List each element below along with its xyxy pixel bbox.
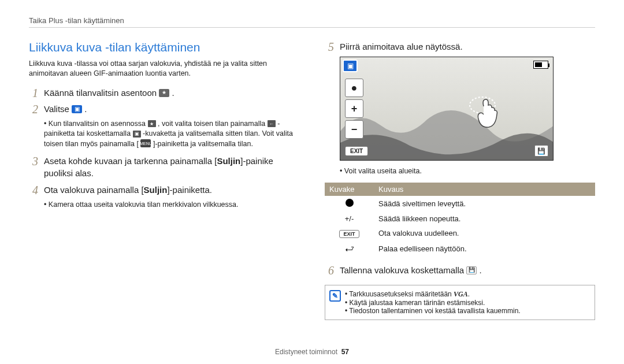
step-text: ]-painiketta. xyxy=(167,185,212,195)
table-cell-desc: Palaa edelliseen näyttöön. xyxy=(374,241,595,257)
left-column: Liikkuva kuva -tilan käyttäminen Liikkuv… xyxy=(29,40,299,320)
table-cell-desc: Säädä siveltimen leveyttä. xyxy=(374,196,595,211)
page-number: 57 xyxy=(341,348,349,356)
mode-badge-icon: ▣ xyxy=(343,60,358,72)
table-row: ⮐ Palaa edelliseen näyttöön. xyxy=(325,241,595,257)
bullet-text: , voit valita toisen tilan painamalla xyxy=(158,120,268,128)
step-number: 5 xyxy=(325,40,340,53)
step-number: 3 xyxy=(29,155,44,179)
step-number: 1 xyxy=(29,87,44,99)
bullet-text: Kamera ottaa useita valokuvia tilan merk… xyxy=(44,200,299,210)
step-text: . xyxy=(479,265,481,275)
step-number: 6 xyxy=(325,264,340,277)
shutter-label: Suljin xyxy=(144,185,168,195)
brush-size-button[interactable] xyxy=(345,79,363,97)
save-icon xyxy=(466,266,477,274)
battery-icon xyxy=(533,61,548,69)
camera-icon: ▣ xyxy=(133,131,141,138)
table-cell-desc: Säädä liikkeen nopeutta. xyxy=(374,211,595,226)
table-row: +/- Säädä liikkeen nopeutta. xyxy=(325,211,595,226)
back-icon: ← xyxy=(268,120,276,127)
note-icon: ✎ xyxy=(329,290,341,302)
back-arrow-icon: ⮐ xyxy=(345,244,354,254)
table-cell-desc: Ota valokuva uudelleen. xyxy=(374,226,595,241)
icon-description-table: Kuvake Kuvaus Säädä siveltimen leveyttä.… xyxy=(325,183,595,257)
exit-chip-icon: EXIT xyxy=(339,230,359,238)
table-row: EXIT Ota valokuva uudelleen. xyxy=(325,226,595,241)
note-item: Tarkkuusasetukseksi määritetään VGA. xyxy=(345,290,590,299)
step-2: 2 Valitse . xyxy=(29,103,299,116)
exit-button[interactable]: EXIT xyxy=(345,146,368,156)
page-footer: Edistyneet toiminnot 57 xyxy=(0,348,624,356)
note-text: . xyxy=(468,290,470,298)
bullet-text: ]-painiketta ja valitsemalla tilan. xyxy=(153,140,253,148)
step-text: Tallenna valokuva koskettamalla xyxy=(340,265,466,275)
bullet-text: Kun tilanvalitsin on asennossa xyxy=(49,120,148,128)
step-5-bullets: Voit valita useita alueita. xyxy=(340,166,595,177)
table-header-icon: Kuvake xyxy=(325,183,374,196)
vga-label: VGA xyxy=(454,290,468,298)
note-item: Käytä jalustaa kameran tärinän estämisek… xyxy=(345,299,590,307)
section-title: Liikkuva kuva -tilan käyttäminen xyxy=(29,40,299,54)
right-column: 5 Piirrä animoitava alue näytössä. ▣ xyxy=(325,40,595,320)
step-6: 6 Tallenna valokuva koskettamalla . xyxy=(325,264,595,277)
save-button[interactable]: 💾 xyxy=(534,145,548,157)
plus-minus-icon: +/- xyxy=(325,211,374,226)
section-intro: Liikkuva kuva -tilassa voi ottaa sarjan … xyxy=(29,59,299,79)
step-text: Käännä tilanvalitsin asentoon xyxy=(44,88,159,98)
footer-label: Edistyneet toiminnot xyxy=(275,348,337,356)
note-text: Tarkkuusasetukseksi määritetään xyxy=(349,290,454,298)
step-3: 3 Aseta kohde kuvaan ja tarkenna painama… xyxy=(29,155,299,179)
step-2-bullets: Kun tilanvalitsin on asennossa ★ , voit … xyxy=(44,119,299,150)
step-number: 4 xyxy=(29,184,44,196)
step-1: 1 Käännä tilanvalitsin asentoon . xyxy=(29,87,299,99)
breadcrumb: Taika Plus -tilan käyttäminen xyxy=(29,16,595,25)
shutter-label: Suljin xyxy=(217,156,240,166)
step-text: Piirrä animoitava alue näytössä. xyxy=(340,40,595,53)
bullet-text: Voit valita useita alueita. xyxy=(340,166,595,177)
header-rule xyxy=(29,27,595,28)
step-text: Ota valokuva painamalla [ xyxy=(44,185,144,195)
speed-plus-button[interactable] xyxy=(345,99,363,118)
step-text: . xyxy=(172,88,174,98)
brush-dot-icon xyxy=(346,199,354,207)
camera-screen-illustration: ▣ EXIT 💾 xyxy=(340,57,554,161)
photo-mode-icon xyxy=(72,105,82,113)
table-row: Säädä siveltimen leveyttä. xyxy=(325,196,595,211)
step-5: 5 Piirrä animoitava alue näytössä. xyxy=(325,40,595,53)
step-number: 2 xyxy=(29,103,44,116)
menu-icon xyxy=(140,139,151,147)
mode-star-icon xyxy=(159,89,169,97)
note-box: ✎ Tarkkuusasetukseksi määritetään VGA. K… xyxy=(325,285,595,320)
touch-hand-icon xyxy=(466,94,507,134)
step-text: Aseta kohde kuvaan ja tarkenna painamall… xyxy=(44,156,217,166)
step-4: 4 Ota valokuva painamalla [Suljin]-paini… xyxy=(29,184,299,196)
note-item: Tiedoston tallentaminen voi kestää taval… xyxy=(345,307,590,315)
mode-star-icon: ★ xyxy=(148,120,156,127)
step-text: Valitse xyxy=(44,104,72,114)
step-text: . xyxy=(84,104,87,114)
speed-minus-button[interactable] xyxy=(345,120,363,139)
table-header-desc: Kuvaus xyxy=(374,183,595,196)
step-4-bullets: Kamera ottaa useita valokuvia tilan merk… xyxy=(44,200,299,210)
